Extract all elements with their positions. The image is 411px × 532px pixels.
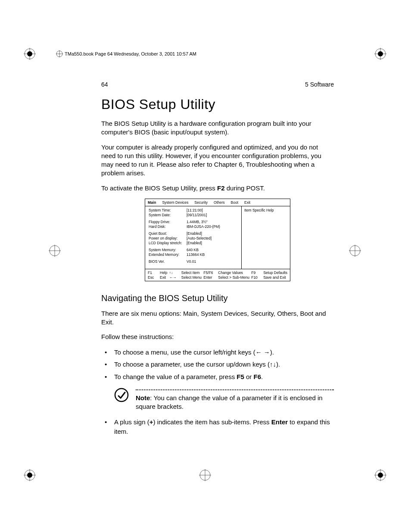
note-block: Note: You can change the value of a para… <box>114 388 334 411</box>
crop-mark-icon <box>24 469 36 481</box>
bios-figure: Main System Devices Security Others Boot… <box>145 199 290 281</box>
list-item: To change the value of a parameter, pres… <box>101 372 334 382</box>
crop-mark-icon <box>349 245 361 257</box>
frame-header-text: TMa550.book Page 64 Wednesday, October 3… <box>65 51 196 56</box>
bios-left-pane: System Time:[11:21:00] System Date:[09/1… <box>145 206 242 269</box>
page-title: BIOS Setup Utility <box>101 96 334 112</box>
body-paragraph: To activate the BIOS Setup Utility, pres… <box>101 184 334 193</box>
note-icon <box>114 388 129 402</box>
body-paragraph: Your computer is already properly config… <box>101 143 334 178</box>
section-title: 5 Software <box>305 81 334 88</box>
note-text: Note: You can change the value of a para… <box>136 394 334 411</box>
svg-point-28 <box>115 389 128 401</box>
bios-menu-item: Others <box>214 200 225 205</box>
bios-help-pane: Item Specific Help <box>242 206 290 269</box>
body-paragraph: The BIOS Setup Utility is a hardware con… <box>101 119 334 137</box>
frame-header-label: TMa550.book Page 64 Wednesday, October 3… <box>56 50 375 57</box>
bios-menu-bar: Main System Devices Security Others Boot… <box>145 199 290 206</box>
bios-help-title: Item Specific Help <box>244 208 287 212</box>
list-item: To choose a menu, use the cursor left/ri… <box>101 348 334 358</box>
body-paragraph: Follow these instructions: <box>101 333 334 341</box>
bios-menu-item: Security <box>194 200 208 205</box>
bios-footer-bar: F1Help EscExit ↑↓Select Item ←→Select Me… <box>145 269 290 281</box>
bios-menu-item: Main <box>148 200 156 205</box>
crop-mark-icon <box>49 245 61 257</box>
crop-mark-icon <box>24 48 36 60</box>
page-number: 64 <box>101 81 108 88</box>
list-item: To choose a parameter, use the cursor up… <box>101 360 334 370</box>
crop-mark-icon <box>374 469 386 481</box>
crop-mark-icon <box>199 469 211 481</box>
bullet-list: To choose a menu, use the cursor left/ri… <box>101 348 334 382</box>
bios-menu-item: Boot <box>231 200 239 205</box>
bios-menu-item: System Devices <box>162 200 188 205</box>
dotted-separator <box>136 389 334 390</box>
crop-target-icon <box>56 50 63 57</box>
bullet-list: A plus sign (+) indicates the item has s… <box>101 417 334 437</box>
list-item: A plus sign (+) indicates the item has s… <box>101 417 334 437</box>
body-paragraph: There are six menu options: Main, System… <box>101 309 334 327</box>
crop-mark-icon <box>374 48 386 60</box>
section-subtitle: Navigating the BIOS Setup Utility <box>101 293 334 303</box>
bios-menu-item: Exit <box>244 200 250 205</box>
